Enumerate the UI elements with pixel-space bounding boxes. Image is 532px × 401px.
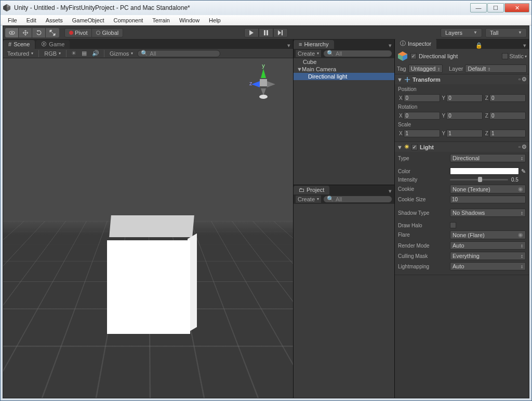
- panel-menu-button[interactable]: ▾: [386, 188, 394, 195]
- scene-search[interactable]: 🔍All: [137, 50, 220, 57]
- tab-scene[interactable]: #Scene: [3, 40, 35, 49]
- render-mode-dropdown[interactable]: Auto‡: [450, 241, 526, 250]
- culling-mask-dropdown[interactable]: Everything‡: [450, 252, 526, 260]
- intensity-slider[interactable]: [450, 179, 508, 180]
- menu-edit[interactable]: Edit: [22, 16, 41, 24]
- panel-menu-button[interactable]: ▾: [285, 42, 293, 49]
- cookie-field[interactable]: None (Texture)◉: [450, 185, 526, 193]
- orientation-gizmo[interactable]: y z: [245, 63, 282, 100]
- scene-tab-icon: #: [8, 41, 11, 47]
- color-mode-dropdown[interactable]: RGB▾: [42, 50, 63, 57]
- scale-z-input[interactable]: [489, 130, 526, 137]
- foldout-icon[interactable]: ▼: [397, 76, 402, 83]
- help-icon[interactable]: ▫: [518, 144, 521, 150]
- position-z-input[interactable]: [489, 94, 526, 102]
- tab-hierarchy[interactable]: ≡Hierarchy: [294, 40, 334, 49]
- gear-icon[interactable]: ⚙: [522, 76, 527, 83]
- menu-help[interactable]: Help: [205, 16, 225, 24]
- chevron-down-icon: ▾: [59, 51, 61, 56]
- close-button[interactable]: ✕: [504, 3, 529, 12]
- foldout-icon[interactable]: ▼: [397, 144, 402, 150]
- scale-x-input[interactable]: [404, 130, 440, 137]
- gizmos-dropdown[interactable]: Gizmos▾: [108, 50, 135, 57]
- menu-window[interactable]: Window: [175, 16, 204, 24]
- rotation-x-input[interactable]: [404, 112, 440, 120]
- project-search[interactable]: 🔍All: [323, 196, 392, 203]
- global-toggle[interactable]: Global: [92, 28, 123, 37]
- menu-file[interactable]: File: [4, 16, 21, 24]
- hierarchy-create-dropdown[interactable]: Create▾: [296, 50, 321, 57]
- hierarchy-item-cube[interactable]: Cube: [294, 58, 394, 66]
- scale-tool[interactable]: [46, 28, 59, 37]
- cookie-size-input[interactable]: [450, 196, 526, 203]
- app-window: Unity - Untitled - MyFirstUnityProject -…: [0, 0, 532, 401]
- static-dropdown-icon[interactable]: ▾: [525, 54, 527, 59]
- minimize-button[interactable]: —: [470, 3, 487, 12]
- rotation-y-input[interactable]: [446, 112, 483, 120]
- scene-toolbar: Textured▾ RGB▾ ☀ ▦ 🔊 Gizmos▾ 🔍All: [3, 49, 293, 58]
- y-label: Y: [441, 95, 446, 101]
- rotation-z-input[interactable]: [489, 112, 526, 120]
- flare-value: None (Flare): [453, 232, 485, 238]
- pivot-toggle[interactable]: Pivot: [64, 28, 92, 37]
- object-picker-icon[interactable]: ◉: [518, 186, 523, 192]
- scene-viewport[interactable]: y z: [3, 58, 293, 398]
- panel-menu-button[interactable]: ▾: [521, 42, 529, 49]
- position-x-input[interactable]: [404, 94, 440, 102]
- maximize-button[interactable]: ☐: [487, 3, 504, 12]
- tag-value: Untagged: [411, 66, 436, 72]
- scale-y-input[interactable]: [446, 130, 483, 137]
- gear-icon[interactable]: ⚙: [522, 144, 527, 150]
- tab-project[interactable]: 🗀Project: [294, 186, 329, 195]
- scene-fx-toggle[interactable]: ▦: [80, 50, 88, 57]
- light-header[interactable]: ▼ ☀ Light ▫⚙: [395, 142, 529, 152]
- hierarchy-item-main-camera[interactable]: ▼Main Camera: [294, 66, 394, 73]
- menu-assets[interactable]: Assets: [42, 16, 67, 24]
- slider-thumb[interactable]: [478, 177, 482, 182]
- draw-halo-checkbox[interactable]: [450, 222, 456, 228]
- move-tool[interactable]: [19, 28, 32, 37]
- cube-mesh[interactable]: [107, 214, 190, 334]
- lightmapping-dropdown[interactable]: Auto‡: [450, 262, 526, 270]
- help-icon[interactable]: ▫: [518, 76, 521, 83]
- hand-tool[interactable]: [5, 28, 19, 37]
- render-mode-dropdown[interactable]: Textured▾: [5, 50, 35, 57]
- shadow-type-dropdown[interactable]: No Shadows‡: [450, 209, 526, 217]
- scene-lighting-toggle[interactable]: ☀: [70, 50, 78, 57]
- light-enable-checkbox[interactable]: [411, 144, 418, 150]
- intensity-value[interactable]: 0.5: [511, 177, 526, 183]
- position-y-input[interactable]: [446, 94, 483, 102]
- layout-dropdown[interactable]: Tall▼: [485, 28, 527, 37]
- lock-button[interactable]: 🔒: [475, 42, 483, 49]
- project-create-dropdown[interactable]: Create▾: [296, 196, 321, 203]
- rotate-tool[interactable]: [32, 28, 46, 37]
- panel-menu-button[interactable]: ▾: [386, 42, 394, 49]
- menu-terrain[interactable]: Terrain: [148, 16, 174, 24]
- step-button[interactable]: [273, 28, 288, 37]
- object-picker-icon[interactable]: ◉: [518, 231, 523, 238]
- eyedropper-icon[interactable]: ✎: [521, 168, 526, 175]
- scene-audio-toggle[interactable]: 🔊: [90, 50, 101, 57]
- hierarchy-search[interactable]: 🔍All: [323, 50, 392, 57]
- tab-inspector[interactable]: ⓘInspector: [395, 38, 436, 49]
- search-icon: 🔍: [141, 50, 148, 57]
- titlebar[interactable]: Unity - Untitled - MyFirstUnityProject -…: [1, 1, 531, 15]
- object-active-checkbox[interactable]: [410, 53, 417, 59]
- foldout-icon[interactable]: ▼: [297, 66, 302, 72]
- layers-dropdown[interactable]: Layers▼: [441, 28, 482, 37]
- tag-dropdown[interactable]: Untagged‡: [408, 64, 443, 73]
- hierarchy-item-directional-light[interactable]: Directional light: [294, 73, 394, 80]
- cube-top-face: [109, 215, 194, 237]
- play-button[interactable]: [244, 28, 259, 37]
- menu-gameobject[interactable]: GameObject: [68, 16, 109, 24]
- transform-header[interactable]: ▼ Transform ▫⚙: [395, 74, 529, 84]
- light-color-swatch[interactable]: [450, 167, 519, 175]
- flare-field[interactable]: None (Flare)◉: [450, 230, 526, 239]
- tab-game[interactable]: ⦿Game: [36, 40, 70, 49]
- menu-component[interactable]: Component: [109, 16, 147, 24]
- light-type-dropdown[interactable]: Directional‡: [450, 154, 526, 162]
- static-checkbox[interactable]: [502, 53, 508, 59]
- pause-button[interactable]: [259, 28, 273, 37]
- layer-dropdown[interactable]: Default‡: [465, 64, 527, 73]
- object-name-field[interactable]: Directional light: [419, 53, 500, 59]
